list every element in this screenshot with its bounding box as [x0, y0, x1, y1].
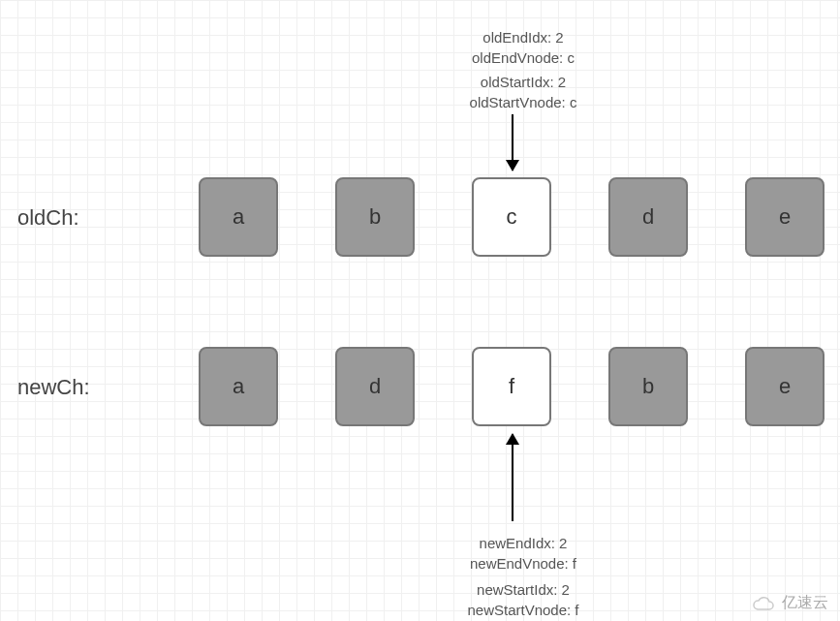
info-line: newEndIdx: 2 — [417, 533, 630, 553]
new-pointers-info: newEndIdx: 2 newEndVnode: f newStartIdx:… — [417, 533, 630, 620]
newch-box-1: d — [335, 347, 415, 426]
newch-box-0: a — [199, 347, 278, 426]
box-letter: b — [642, 374, 654, 399]
info-line: newStartIdx: 2 — [417, 579, 630, 600]
newch-box-2: f — [472, 347, 551, 426]
info-line: newStartVnode: f — [417, 600, 630, 620]
arrow-up-to-new-f — [512, 434, 513, 521]
oldch-box-2: c — [472, 177, 551, 257]
newch-box-3: b — [608, 347, 688, 426]
oldch-box-1: b — [335, 177, 415, 257]
arrow-down-to-old-c — [512, 114, 513, 171]
newch-box-4: e — [745, 347, 824, 426]
old-pointers-info: oldEndIdx: 2 oldEndVnode: c oldStartIdx:… — [417, 27, 630, 112]
oldch-box-3: d — [608, 177, 688, 257]
info-line: oldEndIdx: 2 — [417, 27, 630, 47]
watermark: 亿速云 — [751, 593, 828, 613]
box-letter: f — [509, 374, 514, 399]
oldch-box-0: a — [199, 177, 278, 257]
newch-label: newCh: — [17, 375, 90, 400]
box-letter: d — [642, 204, 654, 230]
info-line: oldStartVnode: c — [417, 92, 630, 112]
cloud-icon — [751, 595, 776, 612]
oldch-box-4: e — [745, 177, 824, 257]
box-letter: a — [233, 374, 244, 399]
watermark-text: 亿速云 — [782, 593, 828, 613]
box-letter: b — [369, 204, 381, 230]
box-letter: e — [779, 374, 791, 399]
oldch-label: oldCh: — [17, 205, 79, 231]
box-letter: a — [233, 204, 244, 230]
info-line: oldEndVnode: c — [417, 47, 630, 68]
box-letter: d — [369, 374, 381, 399]
info-line: newEndVnode: f — [417, 553, 630, 574]
box-letter: c — [507, 204, 517, 230]
info-line: oldStartIdx: 2 — [417, 72, 630, 92]
box-letter: e — [779, 204, 791, 230]
